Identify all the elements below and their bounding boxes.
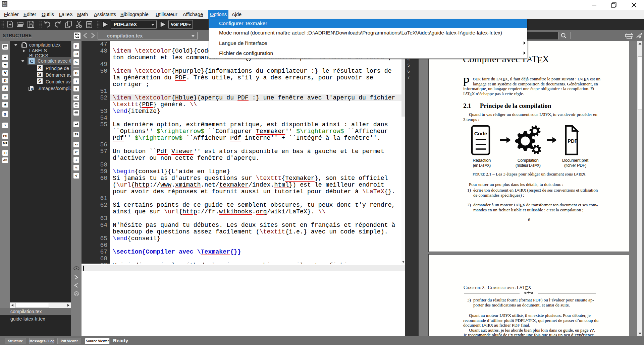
svg-text:PDF: PDF: [568, 138, 578, 144]
svg-text:Code: Code: [474, 131, 487, 136]
